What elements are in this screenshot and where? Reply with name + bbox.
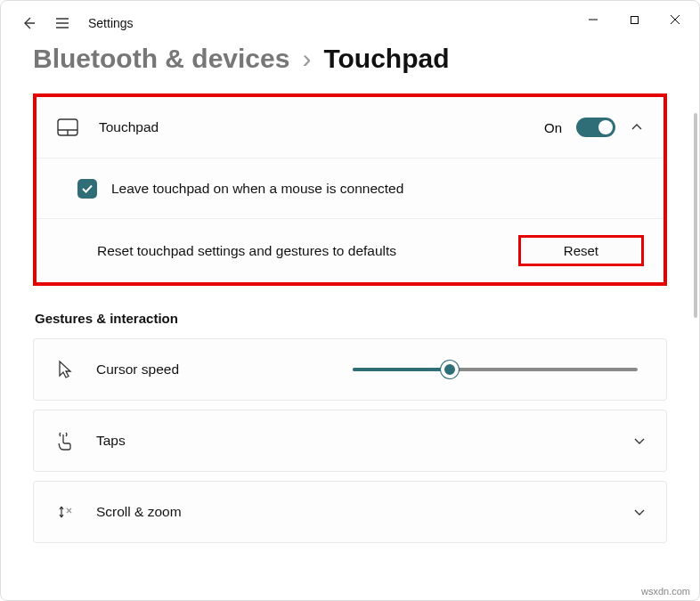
scroll-zoom-row[interactable]: Scroll & zoom: [34, 482, 666, 542]
touchpad-icon: [56, 118, 79, 136]
watermark: wsxdn.com: [641, 586, 690, 597]
taps-row[interactable]: Taps: [34, 410, 666, 471]
chevron-up-icon[interactable]: [630, 120, 644, 134]
breadcrumb-separator: ›: [302, 44, 311, 74]
leave-on-checkbox[interactable]: [77, 179, 97, 199]
breadcrumb: Bluetooth & devices › Touchpad: [1, 44, 699, 85]
maximize-button[interactable]: [614, 5, 655, 34]
app-title: Settings: [88, 16, 134, 30]
cursor-speed-row[interactable]: Cursor speed: [34, 339, 666, 400]
touchpad-state-text: On: [544, 120, 562, 135]
breadcrumb-parent[interactable]: Bluetooth & devices: [33, 44, 289, 74]
tap-icon: [53, 431, 77, 451]
close-button[interactable]: [655, 5, 696, 34]
scrollbar[interactable]: [694, 113, 697, 318]
scroll-zoom-label: Scroll & zoom: [96, 504, 613, 520]
menu-button[interactable]: [54, 15, 70, 31]
reset-row: Reset touchpad settings and gestures to …: [37, 218, 663, 282]
chevron-down-icon: [632, 434, 647, 448]
scroll-zoom-icon: [53, 502, 77, 522]
breadcrumb-current: Touchpad: [323, 44, 449, 74]
cursor-speed-slider[interactable]: [353, 368, 638, 371]
touchpad-panel-highlight: Touchpad On Leave touchpad on when a mou…: [33, 93, 667, 286]
chevron-down-icon: [632, 505, 647, 519]
touchpad-label: Touchpad: [99, 119, 525, 135]
touchpad-toggle-row[interactable]: Touchpad On: [37, 97, 663, 158]
cursor-speed-label: Cursor speed: [96, 361, 333, 378]
taps-label: Taps: [96, 433, 613, 449]
back-button[interactable]: [20, 15, 37, 31]
touchpad-toggle[interactable]: [576, 118, 615, 137]
reset-button[interactable]: Reset: [518, 235, 644, 266]
minimize-button[interactable]: [573, 5, 614, 34]
section-title-gestures: Gestures & interaction: [35, 311, 667, 326]
svg-rect-1: [631, 16, 638, 23]
leave-touchpad-on-row[interactable]: Leave touchpad on when a mouse is connec…: [37, 158, 663, 218]
reset-label: Reset touchpad settings and gestures to …: [97, 243, 499, 259]
leave-on-label: Leave touchpad on when a mouse is connec…: [111, 181, 644, 197]
cursor-icon: [53, 360, 77, 379]
